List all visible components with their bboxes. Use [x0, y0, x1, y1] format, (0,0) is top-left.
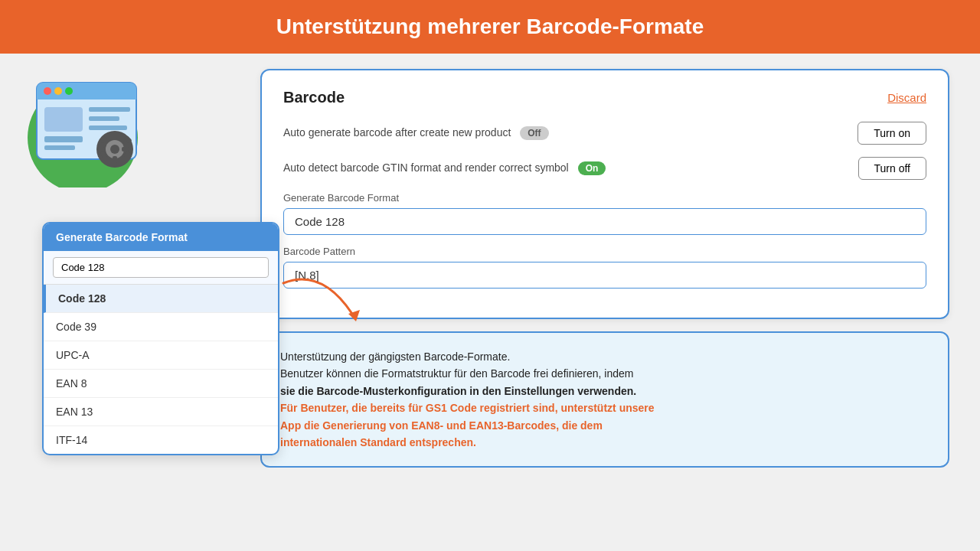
auto-detect-label: Auto detect barcode GTIN format and rend…: [283, 161, 846, 175]
discard-button[interactable]: Discard: [887, 91, 926, 104]
svg-rect-11: [89, 116, 119, 121]
svg-rect-8: [44, 136, 83, 142]
svg-point-4: [44, 87, 51, 95]
turn-off-button[interactable]: Turn off: [858, 157, 926, 180]
dropdown-item[interactable]: EAN 13: [44, 398, 278, 426]
svg-rect-19: [122, 147, 129, 152]
info-box: Unterstützung der gängigsten Barcode-For…: [260, 331, 949, 468]
format-field-group: Generate Barcode Format: [283, 192, 926, 235]
pattern-field-group: Barcode Pattern: [283, 246, 926, 289]
turn-on-button[interactable]: Turn on: [858, 122, 926, 145]
format-field-label: Generate Barcode Format: [283, 192, 926, 204]
pattern-field-label: Barcode Pattern: [283, 246, 926, 257]
svg-rect-18: [97, 147, 104, 152]
dropdown-item[interactable]: Code 128: [44, 285, 278, 313]
svg-rect-17: [113, 156, 117, 163]
svg-rect-9: [44, 145, 75, 150]
info-text: Unterstützung der gängigsten Barcode-For…: [280, 348, 929, 451]
dropdown-card: Generate Barcode Format Code 128Code 39U…: [42, 222, 279, 455]
dropdown-item[interactable]: Code 39: [44, 313, 278, 341]
auto-detect-row: Auto detect barcode GTIN format and rend…: [283, 157, 926, 180]
page-title: Unterstützung mehrerer Barcode-Formate: [276, 15, 704, 39]
svg-rect-16: [113, 132, 117, 139]
svg-rect-7: [44, 107, 83, 132]
auto-generate-row: Auto generate barcode after create new p…: [283, 122, 926, 145]
page-header: Unterstützung mehrerer Barcode-Formate: [0, 0, 980, 54]
card-header: Barcode Discard: [283, 89, 926, 106]
svg-rect-3: [37, 92, 136, 99]
svg-rect-12: [89, 126, 127, 130]
right-panel: Barcode Discard Auto generate barcode af…: [245, 54, 980, 551]
auto-detect-status-badge: On: [578, 161, 606, 175]
svg-rect-10: [89, 107, 130, 112]
pattern-field-input[interactable]: [283, 262, 926, 289]
format-field-input[interactable]: [283, 208, 926, 235]
auto-generate-status-badge: Off: [520, 126, 548, 140]
dropdown-item[interactable]: EAN 8: [44, 370, 278, 398]
info-red-text: Für Benutzer, die bereits für GS1 Code r…: [280, 402, 655, 448]
settings-card: Barcode Discard Auto generate barcode af…: [260, 69, 949, 319]
dropdown-header: Generate Barcode Format: [44, 223, 278, 251]
dropdown-search-input[interactable]: [53, 257, 269, 278]
dropdown-list: Code 128Code 39UPC-AEAN 8EAN 13ITF-14: [44, 285, 278, 454]
left-panel: Generate Barcode Format Code 128Code 39U…: [0, 54, 245, 551]
card-title: Barcode: [283, 89, 345, 106]
dropdown-header-label: Generate Barcode Format: [56, 231, 188, 243]
auto-generate-label: Auto generate barcode after create new p…: [283, 126, 845, 140]
app-illustration: [15, 69, 149, 191]
dropdown-search-area[interactable]: [44, 251, 278, 285]
dropdown-item[interactable]: UPC-A: [44, 341, 278, 370]
svg-point-6: [65, 87, 73, 95]
dropdown-item[interactable]: ITF-14: [44, 426, 278, 454]
main-content: Generate Barcode Format Code 128Code 39U…: [0, 54, 980, 551]
svg-point-15: [110, 145, 119, 154]
svg-point-5: [54, 87, 62, 95]
